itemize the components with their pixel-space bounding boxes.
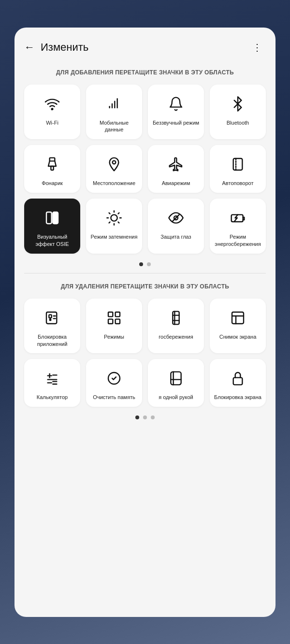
tile-eyecare-label: Защита глаз	[160, 233, 191, 241]
header-left: ← Изменить	[24, 41, 88, 54]
battery-icon	[226, 206, 249, 229]
svg-rect-32	[116, 312, 120, 316]
tile-osie-label: Визуальный эффект OSIE	[28, 233, 76, 248]
tile-flashlight[interactable]: Фонарик	[24, 145, 80, 193]
mobile-icon	[102, 92, 126, 115]
remove-section-label: ДЛЯ УДАЛЕНИЯ ПЕРЕТАЩИТЕ ЗНАЧКИ В ЭТУ ОБЛ…	[14, 273, 276, 299]
rdot-3	[151, 415, 155, 419]
screenlock-icon	[226, 367, 249, 390]
svg-rect-10	[53, 212, 58, 224]
tile-onehand-label: я одной рукой	[159, 394, 193, 401]
modes-icon	[102, 306, 126, 329]
eyecare-icon	[164, 206, 188, 229]
rdot-1	[135, 415, 139, 419]
tile-applock-label: Блокировка приложений	[28, 333, 76, 348]
remove-tiles-grid: Блокировка приложений Режимы госбережени…	[14, 299, 276, 407]
tile-wifi[interactable]: Wi-Fi	[24, 85, 80, 140]
tile-calculator-label: Калькулятор	[37, 394, 68, 401]
svg-rect-31	[108, 312, 113, 316]
tile-screenshot[interactable]: Снимок экрана	[210, 299, 266, 354]
svg-line-15	[118, 222, 119, 223]
tile-brightness[interactable]: Режим затемнения	[86, 199, 142, 254]
svg-rect-48	[171, 372, 181, 385]
tile-location-label: Местоположение	[93, 180, 135, 187]
tile-brightness-label: Режим затемнения	[91, 233, 138, 241]
tile-eyecare[interactable]: Защита глаз	[148, 199, 204, 254]
tile-clearmem-label: Очистить память	[93, 394, 135, 401]
tile-osie[interactable]: Визуальный эффект OSIE	[24, 199, 80, 254]
tile-applock[interactable]: Блокировка приложений	[24, 299, 80, 354]
brightness-icon	[102, 206, 126, 229]
svg-line-18	[109, 222, 110, 223]
bluetooth-icon	[226, 92, 249, 115]
svg-point-0	[52, 108, 53, 110]
remove-page-dots	[14, 415, 276, 419]
svg-rect-6	[51, 166, 53, 170]
tile-onehand[interactable]: я одной рукой	[148, 359, 204, 407]
tile-calculator[interactable]: Калькулятор	[24, 359, 80, 407]
page-title: Изменить	[41, 41, 88, 54]
tile-autorotate-label: Автоповорот	[222, 180, 254, 187]
tile-flashlight-label: Фонарик	[42, 180, 63, 187]
more-button[interactable]: ⋮	[252, 42, 262, 53]
tile-battery[interactable]: Режим энергосбережения	[210, 199, 266, 254]
tile-silent-label: Беззвучный режим	[153, 119, 199, 127]
calculator-icon	[41, 367, 64, 390]
tile-bluetooth-label: Bluetooth	[227, 119, 249, 127]
dot-2	[147, 262, 151, 266]
svg-rect-39	[232, 312, 244, 324]
airplane-icon	[164, 153, 188, 176]
tile-autorotate[interactable]: Автоповорот	[210, 145, 266, 193]
dot-1	[139, 262, 143, 266]
wifi-icon	[41, 92, 64, 115]
tile-powersave-label: госбережения	[159, 333, 193, 341]
svg-rect-34	[116, 319, 120, 323]
tile-bluetooth[interactable]: Bluetooth	[210, 85, 266, 140]
tile-modes-label: Режимы	[104, 333, 124, 341]
screenshot-icon	[226, 306, 249, 329]
tile-modes[interactable]: Режимы	[86, 299, 142, 354]
add-tiles-grid: Wi-Fi Мобильные данные Беззвучный режим …	[14, 85, 276, 254]
svg-point-28	[50, 319, 51, 320]
tile-battery-label: Режим энергосбережения	[214, 233, 262, 248]
svg-rect-5	[50, 158, 55, 161]
tile-powersave[interactable]: госбережения	[148, 299, 204, 354]
osie-icon	[41, 206, 64, 229]
svg-rect-35	[173, 311, 179, 324]
add-page-dots	[14, 262, 276, 266]
rdot-2	[143, 415, 147, 419]
powersave-icon	[164, 306, 188, 329]
svg-line-19	[118, 213, 119, 214]
tile-screenlock[interactable]: Блокировка экрана	[210, 359, 266, 407]
svg-rect-9	[46, 212, 52, 224]
location-icon	[102, 153, 126, 176]
tile-screenlock-label: Блокировка экрана	[214, 394, 261, 401]
svg-line-14	[109, 213, 110, 214]
svg-rect-33	[108, 319, 113, 323]
header: ← Изменить ⋮	[14, 28, 276, 63]
svg-rect-51	[233, 378, 243, 385]
bell-icon	[164, 92, 188, 115]
settings-card: ← Изменить ⋮ ДЛЯ ДОБАВЛЕНИЯ ПЕРЕТАЩИТЕ З…	[14, 28, 276, 617]
add-section-label: ДЛЯ ДОБАВЛЕНИЯ ПЕРЕТАЩИТЕ ЗНАЧКИ В ЭТУ О…	[14, 63, 276, 85]
tile-clearmem[interactable]: Очистить память	[86, 359, 142, 407]
back-button[interactable]: ←	[24, 41, 35, 54]
svg-point-11	[111, 215, 117, 221]
tile-mobile[interactable]: Мобильные данные	[86, 85, 142, 140]
clearmem-icon	[102, 367, 126, 390]
tile-mobile-label: Мобильные данные	[90, 119, 138, 134]
tile-airplane[interactable]: Авиарежим	[148, 145, 204, 193]
flashlight-icon	[41, 153, 64, 176]
onehand-icon	[164, 367, 188, 390]
svg-rect-8	[233, 158, 243, 170]
svg-point-7	[113, 161, 116, 164]
tile-screenshot-label: Снимок экрана	[219, 333, 257, 341]
tile-wifi-label: Wi-Fi	[46, 119, 58, 127]
tile-location[interactable]: Местоположение	[86, 145, 142, 193]
tile-silent[interactable]: Беззвучный режим	[148, 85, 204, 140]
applock-icon	[41, 306, 64, 329]
autorotate-icon	[226, 153, 249, 176]
tile-airplane-label: Авиарежим	[162, 180, 190, 187]
